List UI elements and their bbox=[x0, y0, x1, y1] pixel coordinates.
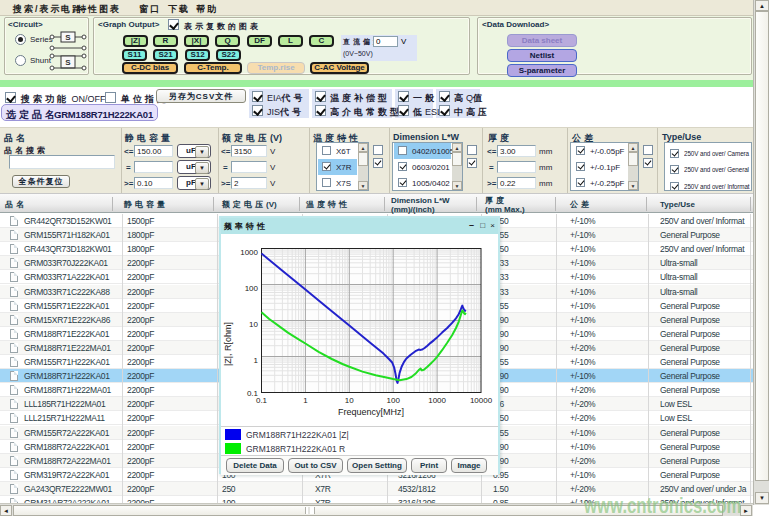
svg-text:100: 100 bbox=[245, 284, 259, 293]
svg-text:10: 10 bbox=[345, 396, 354, 405]
svg-text:10000: 10000 bbox=[470, 396, 493, 405]
svg-text:1000: 1000 bbox=[240, 248, 258, 257]
svg-text:1: 1 bbox=[303, 396, 308, 405]
svg-text:100: 100 bbox=[387, 396, 401, 405]
svg-text:10: 10 bbox=[249, 320, 258, 329]
svg-text:Frequency[MHz]: Frequency[MHz] bbox=[338, 407, 404, 417]
svg-text:S: S bbox=[65, 33, 71, 42]
svg-text:|Z|, R[ohm]: |Z|, R[ohm] bbox=[223, 322, 233, 366]
svg-text:0.1: 0.1 bbox=[256, 396, 268, 405]
svg-text:1000: 1000 bbox=[428, 396, 446, 405]
svg-text:S: S bbox=[65, 58, 71, 67]
svg-text:1: 1 bbox=[254, 356, 259, 365]
